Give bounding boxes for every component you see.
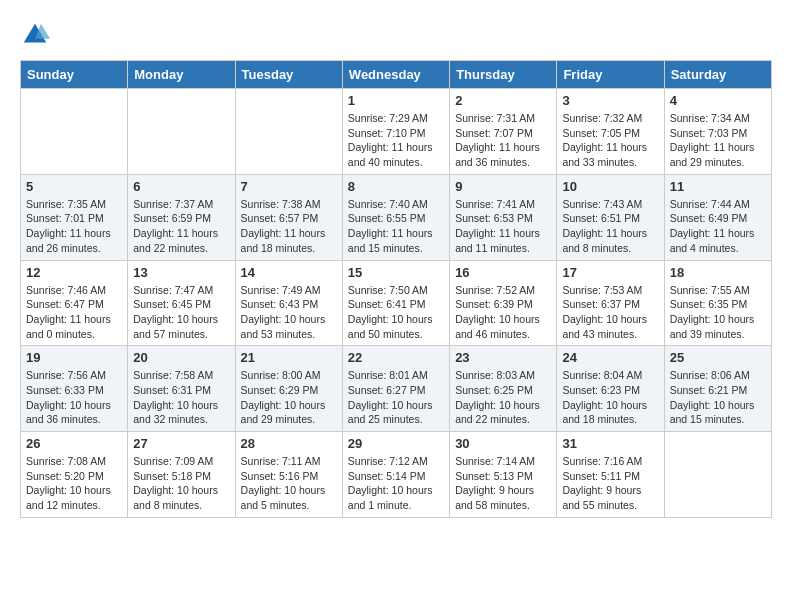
calendar-cell: 11Sunrise: 7:44 AMSunset: 6:49 PMDayligh… xyxy=(664,174,771,260)
day-info: Sunrise: 8:03 AMSunset: 6:25 PMDaylight:… xyxy=(455,368,551,427)
day-number: 1 xyxy=(348,93,444,108)
day-info: Sunrise: 7:50 AMSunset: 6:41 PMDaylight:… xyxy=(348,283,444,342)
calendar-week-row: 19Sunrise: 7:56 AMSunset: 6:33 PMDayligh… xyxy=(21,346,772,432)
day-info: Sunrise: 8:01 AMSunset: 6:27 PMDaylight:… xyxy=(348,368,444,427)
day-info: Sunrise: 7:32 AMSunset: 7:05 PMDaylight:… xyxy=(562,111,658,170)
day-number: 21 xyxy=(241,350,337,365)
day-info: Sunrise: 7:56 AMSunset: 6:33 PMDaylight:… xyxy=(26,368,122,427)
calendar-cell: 19Sunrise: 7:56 AMSunset: 6:33 PMDayligh… xyxy=(21,346,128,432)
calendar-cell: 16Sunrise: 7:52 AMSunset: 6:39 PMDayligh… xyxy=(450,260,557,346)
day-info: Sunrise: 7:43 AMSunset: 6:51 PMDaylight:… xyxy=(562,197,658,256)
day-number: 19 xyxy=(26,350,122,365)
day-number: 29 xyxy=(348,436,444,451)
day-number: 30 xyxy=(455,436,551,451)
calendar-cell: 20Sunrise: 7:58 AMSunset: 6:31 PMDayligh… xyxy=(128,346,235,432)
day-number: 4 xyxy=(670,93,766,108)
calendar-cell: 29Sunrise: 7:12 AMSunset: 5:14 PMDayligh… xyxy=(342,432,449,518)
logo xyxy=(20,20,54,50)
day-info: Sunrise: 7:31 AMSunset: 7:07 PMDaylight:… xyxy=(455,111,551,170)
day-number: 14 xyxy=(241,265,337,280)
day-header-thursday: Thursday xyxy=(450,61,557,89)
day-info: Sunrise: 7:49 AMSunset: 6:43 PMDaylight:… xyxy=(241,283,337,342)
day-number: 5 xyxy=(26,179,122,194)
day-number: 6 xyxy=(133,179,229,194)
day-header-tuesday: Tuesday xyxy=(235,61,342,89)
calendar-cell: 1Sunrise: 7:29 AMSunset: 7:10 PMDaylight… xyxy=(342,89,449,175)
calendar-week-row: 26Sunrise: 7:08 AMSunset: 5:20 PMDayligh… xyxy=(21,432,772,518)
day-info: Sunrise: 7:46 AMSunset: 6:47 PMDaylight:… xyxy=(26,283,122,342)
day-header-sunday: Sunday xyxy=(21,61,128,89)
day-info: Sunrise: 7:14 AMSunset: 5:13 PMDaylight:… xyxy=(455,454,551,513)
day-number: 25 xyxy=(670,350,766,365)
day-info: Sunrise: 7:09 AMSunset: 5:18 PMDaylight:… xyxy=(133,454,229,513)
day-info: Sunrise: 7:38 AMSunset: 6:57 PMDaylight:… xyxy=(241,197,337,256)
day-number: 28 xyxy=(241,436,337,451)
day-info: Sunrise: 7:11 AMSunset: 5:16 PMDaylight:… xyxy=(241,454,337,513)
day-header-monday: Monday xyxy=(128,61,235,89)
calendar-cell xyxy=(21,89,128,175)
day-number: 22 xyxy=(348,350,444,365)
day-info: Sunrise: 7:35 AMSunset: 7:01 PMDaylight:… xyxy=(26,197,122,256)
calendar-cell: 25Sunrise: 8:06 AMSunset: 6:21 PMDayligh… xyxy=(664,346,771,432)
day-info: Sunrise: 7:37 AMSunset: 6:59 PMDaylight:… xyxy=(133,197,229,256)
day-number: 23 xyxy=(455,350,551,365)
day-number: 9 xyxy=(455,179,551,194)
page-header xyxy=(20,20,772,50)
day-info: Sunrise: 7:52 AMSunset: 6:39 PMDaylight:… xyxy=(455,283,551,342)
day-header-friday: Friday xyxy=(557,61,664,89)
day-info: Sunrise: 8:00 AMSunset: 6:29 PMDaylight:… xyxy=(241,368,337,427)
calendar-cell: 6Sunrise: 7:37 AMSunset: 6:59 PMDaylight… xyxy=(128,174,235,260)
day-info: Sunrise: 7:08 AMSunset: 5:20 PMDaylight:… xyxy=(26,454,122,513)
calendar-cell: 24Sunrise: 8:04 AMSunset: 6:23 PMDayligh… xyxy=(557,346,664,432)
day-info: Sunrise: 8:06 AMSunset: 6:21 PMDaylight:… xyxy=(670,368,766,427)
day-info: Sunrise: 7:58 AMSunset: 6:31 PMDaylight:… xyxy=(133,368,229,427)
calendar-header-row: SundayMondayTuesdayWednesdayThursdayFrid… xyxy=(21,61,772,89)
day-number: 15 xyxy=(348,265,444,280)
day-info: Sunrise: 7:55 AMSunset: 6:35 PMDaylight:… xyxy=(670,283,766,342)
calendar-week-row: 1Sunrise: 7:29 AMSunset: 7:10 PMDaylight… xyxy=(21,89,772,175)
day-number: 26 xyxy=(26,436,122,451)
calendar-cell: 17Sunrise: 7:53 AMSunset: 6:37 PMDayligh… xyxy=(557,260,664,346)
calendar-cell: 8Sunrise: 7:40 AMSunset: 6:55 PMDaylight… xyxy=(342,174,449,260)
calendar-cell: 23Sunrise: 8:03 AMSunset: 6:25 PMDayligh… xyxy=(450,346,557,432)
calendar-cell: 27Sunrise: 7:09 AMSunset: 5:18 PMDayligh… xyxy=(128,432,235,518)
calendar-cell xyxy=(664,432,771,518)
day-info: Sunrise: 8:04 AMSunset: 6:23 PMDaylight:… xyxy=(562,368,658,427)
day-header-saturday: Saturday xyxy=(664,61,771,89)
day-number: 12 xyxy=(26,265,122,280)
calendar-cell xyxy=(128,89,235,175)
day-number: 17 xyxy=(562,265,658,280)
day-number: 7 xyxy=(241,179,337,194)
day-number: 11 xyxy=(670,179,766,194)
calendar-cell: 2Sunrise: 7:31 AMSunset: 7:07 PMDaylight… xyxy=(450,89,557,175)
day-number: 18 xyxy=(670,265,766,280)
calendar-cell: 22Sunrise: 8:01 AMSunset: 6:27 PMDayligh… xyxy=(342,346,449,432)
calendar-cell: 30Sunrise: 7:14 AMSunset: 5:13 PMDayligh… xyxy=(450,432,557,518)
calendar-cell: 15Sunrise: 7:50 AMSunset: 6:41 PMDayligh… xyxy=(342,260,449,346)
calendar-cell: 13Sunrise: 7:47 AMSunset: 6:45 PMDayligh… xyxy=(128,260,235,346)
calendar-cell: 14Sunrise: 7:49 AMSunset: 6:43 PMDayligh… xyxy=(235,260,342,346)
calendar-cell: 18Sunrise: 7:55 AMSunset: 6:35 PMDayligh… xyxy=(664,260,771,346)
calendar-cell: 28Sunrise: 7:11 AMSunset: 5:16 PMDayligh… xyxy=(235,432,342,518)
day-number: 2 xyxy=(455,93,551,108)
day-number: 3 xyxy=(562,93,658,108)
day-number: 13 xyxy=(133,265,229,280)
calendar-cell: 26Sunrise: 7:08 AMSunset: 5:20 PMDayligh… xyxy=(21,432,128,518)
day-info: Sunrise: 7:29 AMSunset: 7:10 PMDaylight:… xyxy=(348,111,444,170)
day-info: Sunrise: 7:34 AMSunset: 7:03 PMDaylight:… xyxy=(670,111,766,170)
day-info: Sunrise: 7:40 AMSunset: 6:55 PMDaylight:… xyxy=(348,197,444,256)
calendar-week-row: 5Sunrise: 7:35 AMSunset: 7:01 PMDaylight… xyxy=(21,174,772,260)
day-number: 31 xyxy=(562,436,658,451)
calendar-table: SundayMondayTuesdayWednesdayThursdayFrid… xyxy=(20,60,772,518)
day-number: 16 xyxy=(455,265,551,280)
logo-icon xyxy=(20,20,50,50)
day-info: Sunrise: 7:12 AMSunset: 5:14 PMDaylight:… xyxy=(348,454,444,513)
calendar-cell xyxy=(235,89,342,175)
calendar-cell: 5Sunrise: 7:35 AMSunset: 7:01 PMDaylight… xyxy=(21,174,128,260)
day-number: 27 xyxy=(133,436,229,451)
calendar-cell: 9Sunrise: 7:41 AMSunset: 6:53 PMDaylight… xyxy=(450,174,557,260)
day-number: 24 xyxy=(562,350,658,365)
calendar-cell: 4Sunrise: 7:34 AMSunset: 7:03 PMDaylight… xyxy=(664,89,771,175)
calendar-cell: 3Sunrise: 7:32 AMSunset: 7:05 PMDaylight… xyxy=(557,89,664,175)
calendar-week-row: 12Sunrise: 7:46 AMSunset: 6:47 PMDayligh… xyxy=(21,260,772,346)
